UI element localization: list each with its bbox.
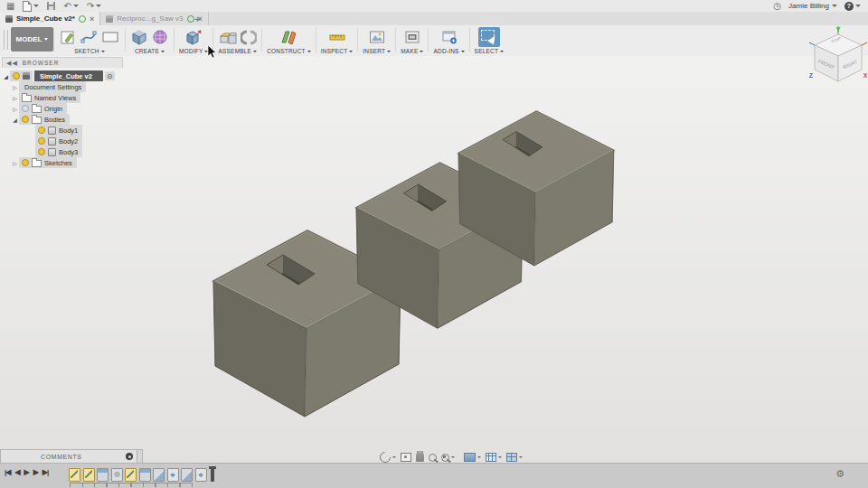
visibility-bulb-icon[interactable] [38,127,45,134]
create-sketch-icon[interactable] [59,28,77,46]
spline-icon[interactable] [80,28,98,46]
step-forward-button[interactable]: ▶ [33,468,38,476]
assemble-menu-button[interactable]: ASSEMBLE [218,48,257,54]
pan-button[interactable] [416,453,424,462]
visibility-bulb-icon[interactable] [22,116,29,123]
timeline-settings-gear-icon[interactable]: ⚙ [835,469,844,479]
toolbar-grip-handle[interactable] [4,30,8,50]
select-menu-button[interactable]: SELECT [475,48,505,54]
go-to-end-button[interactable]: ▶| [42,468,48,476]
comment-indicator-icon[interactable] [126,453,133,460]
workspace-selector-button[interactable]: MODEL [11,27,53,52]
timeline-feature[interactable] [195,468,207,482]
new-solid-icon[interactable] [130,28,148,46]
expander-icon[interactable] [11,95,19,101]
browser-row[interactable]: Body2 [27,136,123,145]
insert-menu-button[interactable]: INSERT [363,48,391,54]
visibility-bulb-icon[interactable] [13,72,20,80]
notifications-clock-icon[interactable]: ◷ [773,2,781,11]
zoom-button[interactable] [429,454,437,462]
timeline-feature[interactable] [153,468,165,482]
visibility-bulb-icon[interactable] [22,105,29,112]
app-grid-icon[interactable]: ▦ [6,2,14,11]
timeline-feature[interactable] [83,468,95,482]
undo-button[interactable]: ↶ [63,2,78,11]
play-button[interactable]: ▶ [24,468,29,476]
visibility-bulb-icon[interactable] [38,137,45,145]
browser-row[interactable]: Sketches [11,158,123,167]
expander-icon[interactable] [11,84,19,90]
timeline-position-marker[interactable] [211,466,214,482]
timeline-feature[interactable] [167,468,179,482]
activate-component-icon[interactable]: ⊙ [105,71,115,80]
node-label: Origin [44,105,62,113]
insert-image-icon[interactable] [368,28,386,46]
root-document-label[interactable]: Simple_Cube v2 [34,70,103,81]
press-pull-icon[interactable] [184,28,203,46]
file-menu-button[interactable] [23,1,39,12]
modify-menu-button[interactable]: MODIFY [179,48,208,54]
viewports-button[interactable] [506,453,523,462]
browser-row[interactable]: Document Settings [11,82,123,91]
create-menu-button[interactable]: CREATE [135,48,165,54]
select-tool-button[interactable] [478,27,500,47]
browser-root-row[interactable]: ◢ Simple_Cube v2 ⊙ [2,71,123,80]
timeline-feature[interactable] [69,468,80,482]
measure-icon[interactable] [327,28,347,46]
grid-layout-button[interactable] [486,453,502,462]
make-menu-button[interactable]: MAKE [401,48,423,54]
timeline-rail[interactable] [70,483,193,487]
make-icon[interactable] [403,28,421,46]
caret-down-icon [500,51,504,52]
look-at-button[interactable] [401,453,411,462]
construction-plane-icon[interactable] [278,28,298,46]
x-axis-line [862,42,867,45]
help-menu-button[interactable]: ? [844,2,861,11]
rectangle-sketch-icon[interactable] [100,28,120,46]
grid-layout-icon [486,453,496,462]
expander-icon[interactable] [11,106,19,112]
addins-menu-button[interactable]: ADD-INS [433,48,464,54]
user-menu-button[interactable]: Jamie Billing [788,2,837,10]
browser-row[interactable]: Origin [11,104,123,113]
toolbar-group-addins: ADD-INS [429,27,467,54]
collapse-panel-icon[interactable]: ◀◀ [6,60,18,66]
new-tab-button[interactable]: + [187,12,207,25]
visibility-bulb-icon[interactable] [38,148,45,155]
inspect-menu-button[interactable]: INSPECT [321,48,354,54]
browser-row[interactable]: Body3 [27,147,123,156]
document-tab[interactable]: Simple_Cube v2* × [0,12,100,25]
addins-icon[interactable] [440,28,458,46]
browser-row[interactable]: Named Views [11,93,123,102]
fit-button[interactable] [441,454,455,462]
sketch-menu-button[interactable]: SKETCH [74,48,105,54]
orbit-button[interactable] [380,452,396,463]
create-form-icon[interactable] [151,28,169,46]
timeline-feature[interactable] [181,468,193,482]
sync-status-icon [79,15,86,23]
redo-button[interactable]: ↷ [87,2,101,11]
timeline-feature[interactable] [125,468,137,482]
save-button[interactable] [47,2,55,10]
close-tab-icon[interactable]: × [90,15,94,23]
new-component-icon[interactable] [219,28,238,46]
toolbar-separator [316,28,316,52]
construct-menu-button[interactable]: CONSTRUCT [267,48,311,54]
comments-bar[interactable]: COMMENTS [0,449,137,464]
display-settings-button[interactable] [464,453,481,462]
step-back-button[interactable]: ◀ [14,468,19,476]
browser-row[interactable]: Bodies [11,115,123,124]
browser-row[interactable]: Body1 [27,126,123,135]
visibility-bulb-icon[interactable] [22,159,29,166]
expander-icon[interactable]: ◢ [2,73,10,80]
timeline-feature[interactable] [111,468,123,482]
expander-icon[interactable] [11,117,19,123]
viewport-canvas[interactable] [0,56,868,463]
joint-icon[interactable] [241,28,257,46]
expander-icon[interactable] [11,160,19,166]
comments-expand-handle[interactable] [137,449,143,464]
view-cube[interactable]: TOP FRONT RIGHT Y Z X [807,23,868,96]
timeline-feature[interactable] [97,468,108,482]
go-to-start-button[interactable]: |◀ [5,468,10,476]
timeline-feature[interactable] [139,468,151,482]
